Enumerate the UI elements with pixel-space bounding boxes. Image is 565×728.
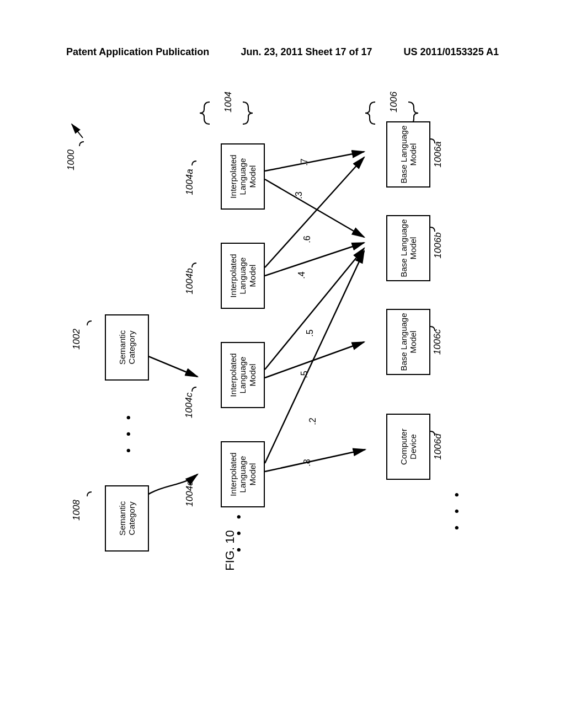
weight-5b: .5 (300, 371, 310, 378)
svg-line-2 (265, 152, 364, 171)
ellipsis-semantic: • • • (121, 411, 136, 452)
page: Patent Application Publication Jun. 23, … (0, 0, 565, 728)
ref-1002: 1002 (71, 329, 82, 350)
figure-label: FIG. 10 (223, 530, 237, 570)
header-left: Patent Application Publication (66, 46, 209, 58)
weight-8: .8 (302, 459, 312, 466)
interpolated-box-a: Interpolated Language Model (221, 143, 265, 210)
ref-1004-group: 1004 (223, 92, 234, 113)
ref-1000: 1000 (66, 149, 77, 170)
weight-7: .7 (300, 158, 310, 165)
ref-1006c: 1006c (432, 329, 443, 355)
base-box-c: Base Language Model (386, 309, 430, 375)
base-1006b: Base Language Model (386, 215, 430, 281)
base-1006a: Base Language Model (386, 121, 430, 188)
ellipsis-base: • • • (450, 488, 464, 529)
weight-4: .4 (297, 271, 307, 279)
interpolated-1004a: Interpolated Language Model (221, 143, 265, 210)
svg-line-9 (265, 449, 365, 472)
ref-1008: 1008 (71, 500, 82, 521)
ref-1006b: 1006b (433, 232, 444, 258)
weight-6: .6 (302, 235, 312, 243)
ref-1006a: 1006a (433, 141, 444, 167)
semantic-category-box-2: Semantic Category (105, 485, 149, 552)
weight-3: .3 (294, 191, 304, 199)
base-box-a: Base Language Model (386, 121, 430, 188)
svg-line-3 (265, 179, 364, 237)
semantic-category-1002: Semantic Category (105, 314, 149, 381)
diagram-fig10: 1000 1004 1006 Semantic Category 1002 • … (55, 83, 497, 634)
weight-5a: .5 (305, 329, 315, 336)
computer-device-1006d: Computer Device (386, 414, 430, 480)
semantic-category-1008: Semantic Category (105, 485, 149, 552)
header-center: Jun. 23, 2011 Sheet 17 of 17 (241, 46, 372, 58)
computer-device-box: Computer Device (386, 414, 430, 480)
svg-line-5 (265, 243, 364, 276)
interpolated-box-c: Interpolated Language Model (221, 342, 265, 408)
ref-1004c: 1004c (184, 393, 195, 418)
ref-1004d: 1004d (184, 480, 195, 506)
svg-line-7 (265, 342, 364, 378)
semantic-category-box: Semantic Category (105, 314, 149, 381)
svg-line-0 (72, 124, 83, 138)
interpolated-1004c: Interpolated Language Model (221, 342, 265, 408)
svg-line-4 (265, 157, 364, 267)
weight-2: .2 (308, 417, 318, 425)
interpolated-box-d: Interpolated Language Model (221, 441, 265, 507)
page-header: Patent Application Publication Jun. 23, … (0, 46, 565, 58)
interpolated-1004b: Interpolated Language Model (221, 243, 265, 309)
ref-1006d: 1006d (433, 433, 444, 459)
ref-1004b: 1004b (184, 268, 195, 294)
base-box-b: Base Language Model (386, 215, 430, 281)
svg-line-6 (265, 248, 364, 370)
ref-1004a: 1004a (184, 169, 195, 195)
svg-line-8 (265, 251, 364, 463)
base-1006c: Base Language Model (386, 309, 430, 375)
interpolated-1004d: Interpolated Language Model (221, 441, 265, 507)
ref-1006-group: 1006 (388, 92, 399, 113)
header-right: US 2011/0153325 A1 (404, 46, 499, 58)
interpolated-box-b: Interpolated Language Model (221, 243, 265, 309)
